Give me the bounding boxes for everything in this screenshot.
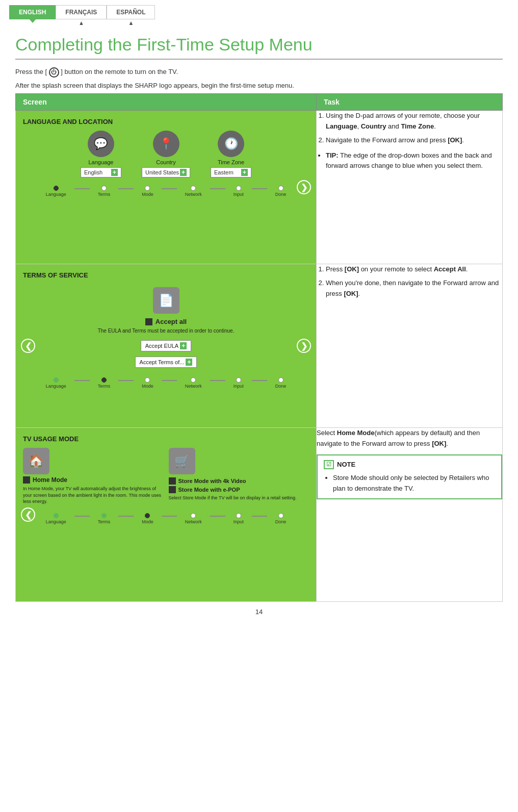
col-header-task: Task — [317, 94, 503, 111]
task-cell-terms: Press [OK] on your remote to select Acce… — [317, 264, 503, 428]
store-4k-checkbox[interactable] — [169, 477, 176, 485]
accept-all-row: Accept all — [23, 318, 309, 325]
intro-line-2: After the splash screen that displays th… — [15, 81, 503, 91]
progress-mode: Mode — [142, 186, 153, 197]
progress-line — [74, 188, 90, 189]
progress-line — [118, 516, 134, 517]
screen-mockup-terms: TERMS OF SERVICE 📄 Accept all The EULA a… — [16, 264, 316, 427]
progress-mode: Mode — [142, 377, 153, 389]
espanol-arrow-icon: ▲ — [128, 20, 134, 26]
store-mode-epop: Store Mode with e-POP — [169, 486, 309, 493]
store-epop-checkbox[interactable] — [169, 486, 176, 493]
screen-cell-tvmode: TV USAGE MODE 🏠 Home Mode In Home Mode, … — [16, 428, 317, 602]
accept-eula-plus[interactable]: + — [180, 342, 187, 349]
progress-bar-3: Language Terms Mode — [23, 510, 309, 525]
page-title: Completing the First-Time Setup Menu — [15, 35, 503, 60]
country-icon: 📍 — [153, 131, 179, 157]
progress-line — [74, 516, 90, 517]
progress-network: Network — [185, 513, 202, 524]
note-box: ☑ NOTE Store Mode should only be selecte… — [317, 454, 502, 499]
progress-dot-done — [278, 377, 283, 383]
terms-screen-title: TERMS OF SERVICE — [23, 271, 309, 279]
tvmode-task-intro: Select Home Mode(which appears by defaul… — [317, 428, 502, 449]
progress-dot-mode-active — [145, 513, 150, 518]
progress-network: Network — [185, 377, 202, 389]
accept-eula-button[interactable]: Accept EULA + — [141, 340, 191, 351]
table-row: TERMS OF SERVICE 📄 Accept all The EULA a… — [16, 264, 503, 428]
progress-dot-terms-done — [101, 513, 107, 518]
back-arrow-2[interactable]: ❮ — [21, 339, 35, 353]
main-content: Completing the First-Time Setup Menu Pre… — [0, 19, 518, 632]
country-dropdown[interactable]: United States + — [142, 167, 190, 177]
accept-terms-button[interactable]: Accept Terms of... + — [135, 357, 197, 368]
home-mode-checkbox[interactable] — [23, 476, 30, 484]
country-dropdown-plus[interactable]: + — [180, 169, 187, 176]
store-mode-icon: 🛒 — [169, 448, 195, 474]
progress-dot-language — [54, 186, 59, 191]
progress-line — [162, 516, 177, 517]
progress-dot-network — [191, 513, 196, 518]
forward-arrow-2[interactable]: ❯ — [297, 339, 311, 353]
progress-done: Done — [275, 186, 287, 197]
eula-note: The EULA and Terms must be accepted in o… — [23, 327, 309, 335]
accept-terms-plus[interactable]: + — [186, 359, 192, 366]
language-screen-title: LANGUAGE AND LOCATION — [23, 118, 309, 125]
store-mode-4k: Store Mode with 4k Video — [169, 477, 309, 485]
progress-line — [118, 380, 134, 381]
progress-line — [210, 188, 225, 189]
progress-terms: Terms — [98, 377, 111, 389]
progress-network: Network — [185, 186, 202, 197]
timezone-icon: 🕐 — [218, 131, 244, 157]
language-dropdown-plus[interactable]: + — [111, 169, 118, 176]
progress-dot-done — [278, 513, 283, 518]
tab-francais[interactable]: FRANÇAIS ▲ — [56, 5, 107, 19]
timezone-dropdown[interactable]: Eastern + — [211, 167, 251, 177]
progress-dot-mode — [145, 377, 150, 383]
back-arrow-3[interactable]: ❮ — [21, 508, 35, 522]
intro-line-1: Press the [ ⏻ ] button on the remote to … — [15, 67, 503, 78]
progress-line — [210, 380, 225, 381]
timezone-dropdown-plus[interactable]: + — [241, 169, 248, 176]
progress-dot-language-done — [54, 377, 59, 383]
accept-all-checkbox[interactable] — [145, 318, 152, 325]
progress-bar-1: Language Terms Mode — [23, 183, 309, 198]
note-item: Store Mode should only be selected by Re… — [333, 473, 495, 494]
progress-dot-input — [236, 513, 241, 518]
language-icon-group: 💬 Language English + — [81, 131, 121, 177]
home-mode-icon: 🏠 — [23, 448, 49, 474]
progress-done: Done — [275, 513, 287, 524]
table-row: LANGUAGE AND LOCATION 💬 Language English… — [16, 111, 503, 264]
progress-bar-2: Language Terms Mode — [23, 374, 309, 390]
progress-terms: Terms — [98, 186, 111, 197]
language-tabs: ENGLISH FRANÇAIS ▲ ESPAÑOL ▲ — [0, 0, 518, 19]
progress-mode: Mode — [142, 513, 153, 524]
progress-input: Input — [234, 186, 244, 197]
progress-line — [210, 516, 225, 517]
progress-input: Input — [234, 377, 244, 389]
progress-language: Language — [46, 377, 66, 389]
progress-line — [252, 188, 267, 189]
country-icon-group: 📍 Country United States + — [142, 131, 190, 177]
language-dropdown[interactable]: English + — [81, 167, 121, 177]
tab-english[interactable]: ENGLISH — [9, 5, 56, 19]
tab-espanol[interactable]: ESPAÑOL ▲ — [107, 5, 155, 19]
task-item: Press [OK] on your remote to select Acce… — [326, 264, 502, 275]
note-header: ☑ NOTE — [324, 460, 495, 470]
task-list-2: Press [OK] on your remote to select Acce… — [317, 264, 502, 299]
home-mode-col: 🏠 Home Mode In Home Mode, your TV will a… — [23, 448, 164, 505]
tvmode-screen-title: TV USAGE MODE — [23, 435, 309, 443]
progress-input: Input — [234, 513, 244, 524]
page-number: 14 — [15, 602, 503, 622]
task-item: Navigate to the Forward arrow and press … — [326, 135, 502, 146]
progress-dot-lang-done — [54, 513, 59, 518]
progress-dot-network — [191, 186, 196, 191]
home-mode-desc: In Home Mode, your TV will automatically… — [23, 486, 164, 505]
home-mode-label: Home Mode — [23, 476, 164, 484]
screen-cell-terms: TERMS OF SERVICE 📄 Accept all The EULA a… — [16, 264, 317, 428]
progress-dot-terms — [101, 186, 107, 191]
terms-doc-container: 📄 — [23, 287, 309, 314]
progress-done: Done — [275, 377, 287, 389]
progress-line — [118, 188, 134, 189]
forward-arrow-1[interactable]: ❯ — [297, 180, 311, 194]
screen-mockup-language: LANGUAGE AND LOCATION 💬 Language English… — [16, 111, 316, 264]
